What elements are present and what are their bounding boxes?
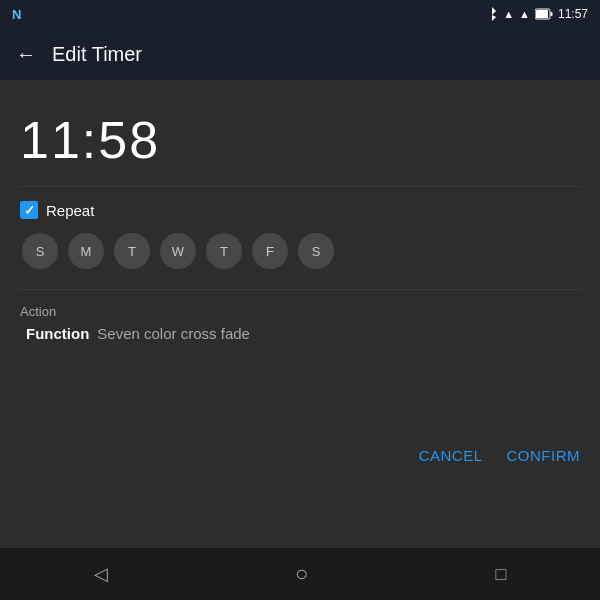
timer-time[interactable]: 11:58 [20, 111, 160, 169]
confirm-button[interactable]: Confirm [507, 447, 581, 464]
action-row: Function Seven color cross fade [20, 325, 580, 342]
svg-rect-2 [536, 10, 548, 18]
days-row: S M T W T F S [20, 233, 580, 269]
status-bar-right: ▲ ▲ 11:57 [486, 7, 588, 21]
network-icon: ▲ [519, 8, 530, 20]
repeat-section: ✓ Repeat S M T W T F S [20, 187, 580, 269]
battery-icon [535, 8, 553, 20]
content-area: 11:58 ✓ Repeat S M T W T F S [0, 80, 600, 352]
nav-back-button[interactable]: ◁ [94, 563, 108, 585]
repeat-label: Repeat [46, 202, 94, 219]
bluetooth-icon [486, 7, 498, 21]
main-area: 11:58 ✓ Repeat S M T W T F S [0, 80, 600, 548]
dialog-buttons: Cancel Confirm [0, 417, 600, 484]
signal-icon: ▲ [503, 8, 514, 20]
day-saturday[interactable]: S [298, 233, 334, 269]
day-thursday[interactable]: T [206, 233, 242, 269]
notification-indicator: N [12, 7, 21, 22]
clock-time: 11:57 [558, 7, 588, 21]
action-section: Action Function Seven color cross fade [20, 304, 580, 352]
day-wednesday[interactable]: W [160, 233, 196, 269]
nav-home-button[interactable]: ○ [295, 561, 308, 587]
checkbox-check-icon: ✓ [24, 204, 35, 217]
cancel-button[interactable]: Cancel [419, 447, 483, 464]
toolbar: ← Edit Timer [0, 28, 600, 80]
back-button[interactable]: ← [16, 43, 36, 66]
action-value: Seven color cross fade [97, 325, 250, 342]
page-title: Edit Timer [52, 43, 142, 66]
nav-bar: ◁ ○ □ [0, 548, 600, 600]
status-bar: N ▲ ▲ 11:57 [0, 0, 600, 28]
nav-recent-button[interactable]: □ [495, 564, 506, 585]
middle-filler [0, 352, 600, 417]
day-monday[interactable]: M [68, 233, 104, 269]
action-key: Function [26, 325, 89, 342]
bottom-filler [0, 484, 600, 549]
day-tuesday[interactable]: T [114, 233, 150, 269]
timer-display: 11:58 [20, 100, 580, 187]
divider [20, 289, 580, 290]
day-sunday[interactable]: S [22, 233, 58, 269]
day-friday[interactable]: F [252, 233, 288, 269]
action-section-label: Action [20, 304, 580, 319]
svg-rect-1 [550, 12, 552, 16]
status-bar-left: N [12, 7, 21, 22]
repeat-checkbox[interactable]: ✓ [20, 201, 38, 219]
repeat-row: ✓ Repeat [20, 201, 580, 219]
